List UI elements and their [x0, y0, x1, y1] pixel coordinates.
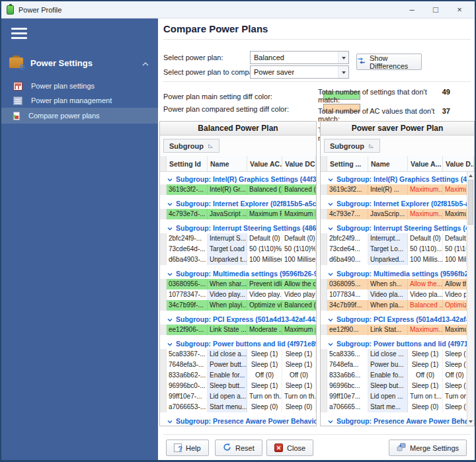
merge-icon — [397, 443, 406, 453]
chevron-up-icon[interactable] — [142, 57, 149, 69]
chevron-down-icon[interactable] — [167, 200, 173, 208]
col-value-ac[interactable]: Value AC... — [247, 156, 282, 171]
setting-row[interactable]: 5ca83367-...Lid close a...Sleep (1)Sleep… — [160, 349, 316, 360]
chevron-down-icon[interactable] — [328, 175, 333, 183]
setting-row[interactable]: 96996bc...Sleep but...Sleep (1)Sleep (1) — [321, 381, 467, 391]
subgroup-header-row[interactable]: Subgroup: Internet Explorer (02f815b5-a5… — [321, 198, 467, 209]
setting-row[interactable]: 4c793e7d-...JavaScript ...Maximum P...Ma… — [160, 209, 316, 219]
chevron-down-icon[interactable] — [328, 270, 333, 278]
chevron-down-icon[interactable] — [328, 417, 333, 425]
setting-row[interactable]: 3619c3f2-...Intel(R) Gr...Balanced (1)Ba… — [160, 184, 316, 195]
subgroup-header-row[interactable]: Subgroup: Presence Aware Power Behavior — [321, 416, 467, 426]
close-button[interactable]: ✕ Close — [266, 440, 313, 456]
chevron-down-icon[interactable] — [328, 224, 333, 232]
setting-row[interactable]: 99ff10e7...Lid open ...Turn on t...Turn … — [321, 391, 467, 402]
scrollbar-track[interactable] — [467, 225, 474, 418]
help-icon: ? — [174, 443, 182, 452]
setting-row[interactable]: 2bfc24f9-...Interrupt S...Default (0)Def… — [160, 233, 316, 244]
minimize-button[interactable]: – — [402, 3, 422, 17]
subgroup-header-row[interactable]: Subgroup: Intel(R) Graphics Settings (44… — [160, 174, 316, 184]
subgroup-header-row[interactable]: Subgroup: Multimedia settings (9596fb26-… — [321, 268, 467, 279]
reset-button[interactable]: Reset — [215, 440, 262, 456]
menu-icon[interactable] — [11, 28, 27, 39]
combo-dropdown-icon[interactable] — [338, 66, 348, 78]
vertical-scrollbar[interactable] — [467, 172, 474, 426]
setting-row[interactable]: 833a6b62-...Enable for...Off (0)Off (0) — [160, 370, 316, 381]
col-value-dc[interactable]: Value D... — [443, 156, 474, 171]
chevron-down-icon[interactable] — [167, 270, 173, 278]
setting-row[interactable]: 0368095...When sh...Allow the...Allow th… — [321, 279, 467, 289]
col-value-dc[interactable]: Value DC ... — [282, 156, 316, 171]
chevron-down-icon[interactable] — [167, 340, 173, 348]
setting-row[interactable]: 03680956-...When shar...Prevent idli...A… — [160, 279, 316, 289]
value-ac-cell: Sleep (1) — [408, 381, 443, 391]
setting-row[interactable]: a706665...Start me...Sleep (0)Sleep (0) — [321, 402, 467, 412]
setting-row[interactable]: ee12f90...Link Stat...Maximum...Maximum … — [321, 325, 467, 335]
setting-row[interactable]: d6ba4903-...Unparked t...100 Millisec...… — [160, 254, 316, 265]
setting-row[interactable]: 7648efa...Power bu...Sleep (1)Sleep (1) — [321, 360, 467, 370]
setting-row[interactable]: 73cde64...Target Lo...50 (1\10)...50 (1\… — [321, 244, 467, 254]
setting-row[interactable]: 34c7b99f-...When playi...Optimize vi...B… — [160, 300, 316, 311]
subgroup-group-by-button[interactable]: Subgroup — [163, 139, 219, 153]
name-cell: Video pla... — [368, 289, 408, 300]
setting-row[interactable]: 99ff10e7-...Lid open a...Turn on th...Tu… — [160, 391, 316, 402]
setting-row[interactable]: 7648efa3-...Power butt...Sleep (1)Sleep … — [160, 360, 316, 370]
combo-dropdown-icon[interactable] — [338, 52, 348, 63]
setting-row[interactable]: ee12f906-...Link State ...Moderate ...Ma… — [160, 325, 316, 335]
chevron-down-icon[interactable] — [328, 340, 333, 348]
setting-row[interactable]: 833a6b6...Enable fo...Off (0)Off (0) — [321, 370, 467, 381]
setting-row[interactable]: 34c7b99f...When pla...Balanced ...Optimi… — [321, 300, 467, 311]
sidebar-item-power-plan-management[interactable]: Power plan management — [1, 93, 158, 108]
name-cell: Enable fo... — [368, 370, 408, 381]
sidebar-item-power-plan-settings[interactable]: Power plan settings — [1, 79, 158, 93]
chevron-down-icon[interactable] — [328, 200, 333, 208]
col-value-ac[interactable]: Value A... — [408, 156, 443, 171]
col-name[interactable]: Name — [208, 156, 247, 171]
setting-row[interactable]: 73cde64d-...Target Load50 (1\10)%50 (1\1… — [160, 244, 316, 254]
subgroup-header-row[interactable]: Subgroup: Multimedia settings (9596fb26-… — [160, 268, 316, 279]
setting-row[interactable]: 10778347-...Video play...Video play...Vi… — [160, 289, 316, 300]
chevron-down-icon[interactable] — [167, 224, 173, 232]
chevron-down-icon[interactable] — [167, 417, 173, 425]
col-setting-id[interactable]: Setting ... — [327, 156, 368, 171]
subgroup-label: Subgroup: Interrupt Steering Settings (4… — [337, 224, 467, 232]
subgroup-header-row[interactable]: Subgroup: Power buttons and lid (4f971e8… — [321, 338, 467, 349]
subgroup-header-row[interactable]: Subgroup: Interrupt Steering Settings (4… — [321, 223, 467, 233]
scroll-up-icon[interactable] — [467, 172, 474, 179]
value-ac-cell: 100 Millisec... — [247, 254, 282, 265]
setting-row[interactable]: d6ba490...Unparked...100 Millis...100 Mi… — [321, 254, 467, 265]
subgroup-header-row[interactable]: Subgroup: PCI Express (501a4d13-42af-442 — [321, 314, 467, 325]
setting-row[interactable]: 3619c3f2...Intel(R) ...Maximum...Maximum… — [321, 184, 467, 195]
sidebar-item-compare-power-plans[interactable]: Compare power plans — [1, 108, 158, 124]
help-button[interactable]: ? Help — [166, 440, 209, 456]
subgroup-header-row[interactable]: Subgroup: Internet Explorer (02f815b5-a5… — [160, 198, 316, 209]
merge-settings-button[interactable]: Merge Settings — [389, 440, 467, 456]
scroll-down-icon[interactable] — [467, 418, 474, 426]
compare-plan-combobox[interactable]: Power saver — [250, 65, 349, 79]
maximize-button[interactable]: □ — [426, 3, 446, 17]
value-dc-cell: Maximum ... — [443, 184, 467, 195]
subgroup-header-row[interactable]: Subgroup: Presence Aware Power Behavior … — [160, 416, 316, 426]
subgroup-header-row[interactable]: Subgroup: Interrupt Steering Settings (4… — [160, 223, 316, 233]
subgroup-header-row[interactable]: Subgroup: Power buttons and lid (4f971e8… — [160, 338, 316, 349]
select-plan-combobox[interactable]: Balanced — [250, 51, 349, 64]
show-differences-button[interactable]: Show Diffferences — [356, 54, 422, 70]
chevron-down-icon[interactable] — [167, 315, 173, 323]
col-setting-id[interactable]: Setting Id — [167, 156, 208, 171]
close-window-button[interactable]: × — [450, 3, 469, 17]
scrollbar-thumb[interactable] — [468, 180, 473, 225]
subgroup-group-by-button[interactable]: Subgroup — [324, 139, 380, 153]
chevron-down-icon[interactable] — [328, 315, 333, 323]
subgroup-header-row[interactable]: Subgroup: PCI Express (501a4d13-42af-442… — [160, 314, 316, 325]
setting-row[interactable]: 1077834...Video pla...Video pla...Video … — [321, 289, 467, 300]
subgroup-header-row[interactable]: Subgroup: Intel(R) Graphics Settings (44… — [321, 174, 467, 184]
sidebar-group-power-settings[interactable]: ⚙ Power Settings — [1, 52, 158, 73]
col-name[interactable]: Name — [368, 156, 408, 171]
setting-row[interactable]: 4c793e7...JavaScrip...Maximum...Maximum … — [321, 209, 467, 219]
value-ac-cell: Sleep (1) — [247, 381, 282, 391]
setting-row[interactable]: a7066653-...Start menu...Sleep (0)Sleep … — [160, 402, 316, 412]
setting-row[interactable]: 96996bc0-...Sleep butt...Sleep (1)Sleep … — [160, 381, 316, 391]
chevron-down-icon[interactable] — [167, 175, 173, 183]
setting-row[interactable]: 2bfc24f9...Interrupt...Default (0)Defaul… — [321, 233, 467, 244]
setting-row[interactable]: 5ca8336...Lid close ...Sleep (1)Sleep (1… — [321, 349, 467, 360]
